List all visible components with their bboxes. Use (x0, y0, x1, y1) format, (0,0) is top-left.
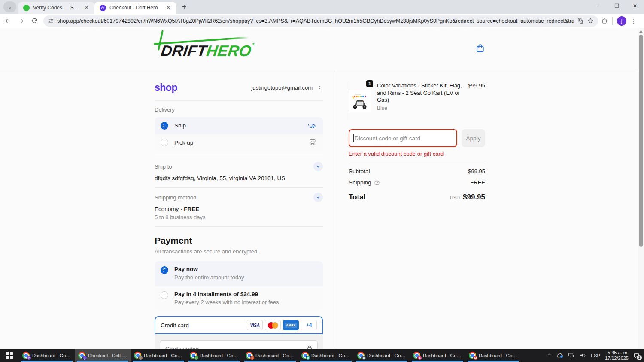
credit-card-section: Credit card VISA AMEX +4 (155, 316, 323, 349)
windows-logo-icon (6, 352, 13, 359)
speaker-icon[interactable] (580, 353, 586, 358)
line-item: 1 Color Variations - Sticker Kit, Flag, … (349, 82, 485, 120)
taskbar-item[interactable]: LDashboard - Googl... (131, 349, 186, 362)
scrollbar-up-arrow[interactable] (639, 30, 643, 33)
mastercard-icon (265, 320, 281, 330)
notification-icon[interactable]: 1 (633, 353, 640, 359)
taskbar-item[interactable]: LDashboard - Googl... (186, 349, 242, 362)
radio-pay-now[interactable] (161, 266, 168, 274)
profile-badge: r (27, 356, 31, 360)
delivery-options: Ship Pick up (155, 117, 323, 151)
ship-to-expand-button[interactable] (313, 162, 323, 171)
scrollbar-thumb[interactable] (639, 35, 643, 247)
clock[interactable]: 5:45 a. m. 17/12/2025 (605, 350, 629, 361)
chrome-icon: r (22, 352, 30, 359)
tab-close-icon[interactable]: ✕ (83, 4, 90, 11)
order-summary-column: 1 Color Variations - Sticker Kit, Flag, … (349, 71, 485, 202)
payment-subtitle: All transactions are secure and encrypte… (155, 248, 323, 255)
taskbar-item[interactable]: jCheckout - Drift He... (75, 349, 131, 362)
tab-title: Checkout - Drift Hero (109, 5, 161, 11)
bookmark-star-icon[interactable] (587, 18, 594, 24)
taskbar-item[interactable]: MDashboard - Googl... (465, 349, 521, 362)
delivery-label: Delivery (155, 106, 323, 113)
shipping-method-header: Shipping method (155, 193, 323, 202)
address-bar[interactable]: shop.app/checkout/60179742892/cn/hWN6WxQ… (43, 15, 598, 27)
page-scrollbar[interactable] (638, 28, 644, 349)
product-price: $99.95 (468, 82, 485, 120)
product-variant: Blue (377, 105, 462, 111)
restore-button[interactable]: ❐ (608, 0, 626, 12)
translate-icon[interactable] (577, 18, 584, 24)
profile-badge: d (306, 356, 310, 360)
tab-search-button[interactable]: ⌄ (3, 1, 16, 12)
tray-date: 17/12/2025 (605, 356, 629, 361)
network-icon[interactable] (568, 353, 575, 358)
lock-icon (306, 344, 313, 349)
payment-option-installments[interactable]: Pay in 4 installments of $24.99 Pay ever… (155, 286, 323, 311)
taskbar-items: rDashboard - Googl...jCheckout - Drift H… (19, 349, 521, 362)
back-button[interactable] (2, 15, 13, 27)
extensions-icon[interactable] (601, 18, 608, 24)
subtotal-row: Subtotal $99.95 (349, 168, 485, 175)
site-settings-icon[interactable] (48, 18, 54, 24)
customer-email: justingotopo@gmail.com (251, 84, 313, 91)
shipping-method-label: Shipping method (155, 194, 197, 201)
shop-menu-icon[interactable]: ⋮ (317, 84, 323, 91)
reload-button[interactable] (29, 15, 40, 27)
chrome-icon: T (246, 352, 253, 359)
taskbar-item-label: Dashboard - Googl... (200, 353, 239, 358)
taskbar-item-label: Dashboard - Googl... (367, 353, 406, 358)
delivery-option-pickup[interactable]: Pick up (155, 134, 323, 151)
profile-badge: j (82, 356, 87, 360)
notification-count-badge: 1 (637, 355, 642, 360)
browser-tab-simplycodes[interactable]: Verify Codes — SimplyCodes ✕ (18, 2, 94, 14)
tray-expand-icon[interactable]: ⌃ (548, 353, 551, 358)
url-text[interactable]: shop.app/checkout/60179742892/cn/hWN6WxQ… (57, 18, 574, 24)
more-cards-badge: +4 (301, 320, 317, 330)
card-number-field-wrap (160, 340, 318, 349)
taskbar-item[interactable]: rDashboard - Googl... (19, 349, 75, 362)
language-indicator[interactable]: ESP (591, 353, 600, 358)
tab-close-icon[interactable]: ✕ (165, 4, 172, 11)
taskbar-item[interactable]: dDashboard - Googl... (298, 349, 354, 362)
shipping-method-expand-button[interactable] (313, 193, 323, 202)
text-caret (353, 134, 354, 142)
radio-ship[interactable] (161, 122, 168, 130)
ship-to-header: Ship to (155, 162, 323, 171)
chrome-icon: d (301, 352, 309, 359)
shipping-info-icon[interactable] (374, 180, 380, 186)
store-logo[interactable]: DRIFTHERO® (160, 42, 255, 60)
discount-error-message: Enter a valid discount code or gift card (349, 151, 485, 157)
shipping-row: Shipping FREE (349, 179, 485, 186)
radio-pickup[interactable] (161, 139, 168, 146)
shipping-eta: 5 to 8 business days (155, 214, 323, 220)
checkout-page: DRIFTHERO® shop justingotopo@gmail.com ⋮… (0, 28, 644, 349)
cart-bag-icon[interactable] (475, 43, 486, 54)
forward-button[interactable] (15, 15, 27, 27)
browser-tab-checkout[interactable]: Checkout - Drift Hero ✕ (94, 2, 176, 14)
close-button[interactable]: ✕ (626, 0, 644, 12)
profile-badge: k (361, 356, 366, 360)
profile-avatar[interactable]: j (617, 16, 626, 26)
toolbar-right: j ⋮ (601, 16, 641, 26)
discount-code-input[interactable] (349, 129, 457, 147)
new-tab-button[interactable]: + (179, 1, 190, 12)
taskbar-item[interactable]: ADashboard - Googl... (410, 349, 465, 362)
card-number-input[interactable] (160, 340, 318, 349)
taskbar-item[interactable]: kDashboard - Googl... (354, 349, 410, 362)
profile-badge: T (250, 356, 255, 360)
payment-option-pay-now[interactable]: Pay now Pay the entire amount today (155, 261, 323, 286)
taskbar-item[interactable]: TDashboard - Googl... (242, 349, 298, 362)
taskbar-item-label: Dashboard - Googl... (144, 353, 183, 358)
taskbar-item-label: Dashboard - Googl... (311, 353, 350, 358)
onedrive-icon[interactable]: i (556, 353, 563, 358)
apply-discount-button[interactable]: Apply (462, 129, 485, 147)
minimize-button[interactable]: – (590, 0, 608, 12)
start-button[interactable] (0, 349, 19, 362)
browser-menu-icon[interactable]: ⋮ (631, 18, 637, 24)
checkout-form-column: shop justingotopo@gmail.com ⋮ Delivery S… (155, 71, 323, 349)
delivery-option-ship[interactable]: Ship (155, 117, 323, 134)
credit-card-header[interactable]: Credit card VISA AMEX +4 (155, 316, 323, 334)
profile-badge: L (138, 356, 143, 360)
radio-installments[interactable] (161, 291, 168, 299)
